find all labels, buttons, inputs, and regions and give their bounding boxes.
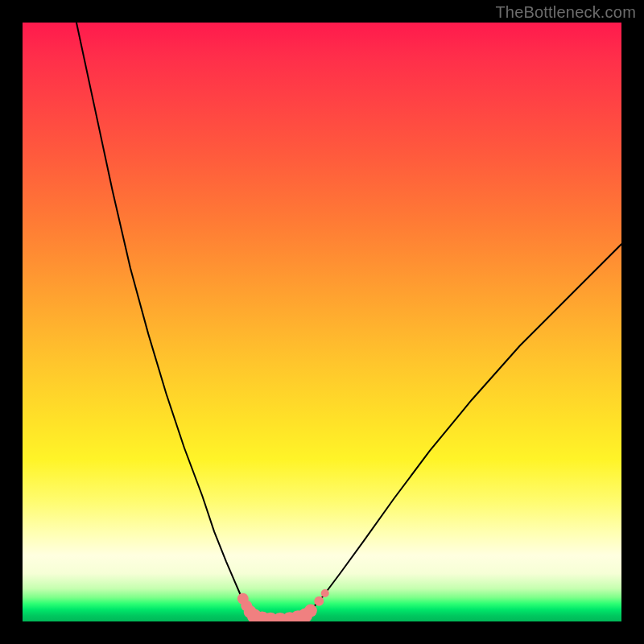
valley-marker: [304, 605, 317, 617]
bottleneck-curve: [76, 23, 621, 621]
chart-svg: [23, 23, 621, 621]
valley-marker: [321, 589, 329, 597]
outer-black-frame: TheBottleneck.com: [0, 0, 644, 644]
plot-area: [23, 23, 621, 621]
curve-layer: [76, 23, 621, 621]
watermark-text: TheBottleneck.com: [495, 3, 636, 22]
valley-marker: [314, 597, 324, 606]
